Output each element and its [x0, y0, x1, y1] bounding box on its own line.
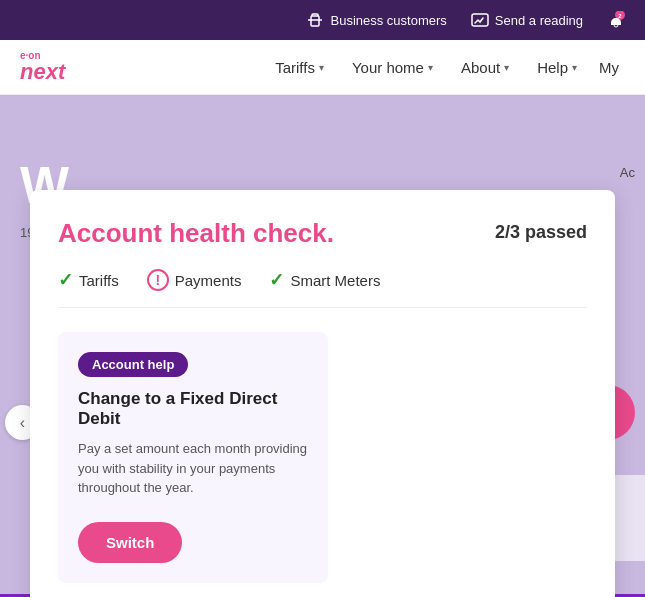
nav-tariffs-label: Tariffs	[275, 59, 315, 76]
meter-icon	[471, 11, 489, 29]
warning-icon: !	[147, 269, 169, 291]
card-tag: Account help	[78, 352, 188, 377]
nav-items: Tariffs ▾ Your home ▾ About ▾ Help ▾ My	[263, 51, 625, 84]
modal-overlay: Account health check. 2/3 passed ✓ Tarif…	[30, 190, 615, 547]
nav-tariffs[interactable]: Tariffs ▾	[263, 51, 336, 84]
card-description: Pay a set amount each month providing yo…	[78, 439, 308, 498]
nav-your-home[interactable]: Your home ▾	[340, 51, 445, 84]
nav-your-home-label: Your home	[352, 59, 424, 76]
background-content: W 192 G Ac ‹ t paym paymement iss afteri…	[0, 95, 645, 597]
send-reading-label: Send a reading	[495, 13, 583, 28]
nav-help-label: Help	[537, 59, 568, 76]
check-tariffs-label: Tariffs	[79, 272, 119, 289]
card-title: Change to a Fixed Direct Debit	[78, 389, 308, 429]
logo-next: next	[20, 61, 65, 83]
chevron-down-icon: ▾	[428, 62, 433, 73]
modal-title: Account health check.	[58, 218, 334, 249]
briefcase-icon	[306, 11, 324, 29]
svg-rect-0	[311, 16, 319, 26]
nav-about[interactable]: About ▾	[449, 51, 521, 84]
check-payments: ! Payments	[147, 269, 242, 291]
check-payments-label: Payments	[175, 272, 242, 289]
modal-header: Account health check. 2/3 passed	[58, 218, 587, 249]
bg-right-text: Ac	[525, 165, 645, 180]
switch-button[interactable]: Switch	[78, 522, 182, 563]
nav-help[interactable]: Help ▾	[525, 51, 589, 84]
chevron-down-icon: ▾	[572, 62, 577, 73]
check-green-icon: ✓	[58, 269, 73, 291]
modal-checks: ✓ Tariffs ! Payments ✓ Smart Meters	[58, 269, 587, 308]
nav-my[interactable]: My	[593, 51, 625, 84]
top-bar: Business customers Send a reading 2	[0, 0, 645, 40]
business-customers-label: Business customers	[330, 13, 446, 28]
svg-rect-2	[472, 14, 488, 26]
notification-bell[interactable]: 2	[607, 11, 625, 29]
check-tariffs: ✓ Tariffs	[58, 269, 119, 291]
chevron-down-icon: ▾	[319, 62, 324, 73]
modal-score: 2/3 passed	[495, 218, 587, 243]
logo[interactable]: e·on next	[20, 51, 65, 83]
nav-bar: e·on next Tariffs ▾ Your home ▾ About ▾ …	[0, 40, 645, 95]
modal-card: Account help Change to a Fixed Direct De…	[58, 332, 328, 583]
nav-about-label: About	[461, 59, 500, 76]
check-green-icon: ✓	[269, 269, 284, 291]
account-health-modal: Account health check. 2/3 passed ✓ Tarif…	[30, 190, 615, 597]
check-smart-meters-label: Smart Meters	[290, 272, 380, 289]
business-customers-link[interactable]: Business customers	[306, 11, 446, 29]
send-reading-link[interactable]: Send a reading	[471, 11, 583, 29]
chevron-down-icon: ▾	[504, 62, 509, 73]
check-smart-meters: ✓ Smart Meters	[269, 269, 380, 291]
bell-icon: 2	[607, 11, 625, 29]
nav-my-label: My	[599, 59, 619, 76]
